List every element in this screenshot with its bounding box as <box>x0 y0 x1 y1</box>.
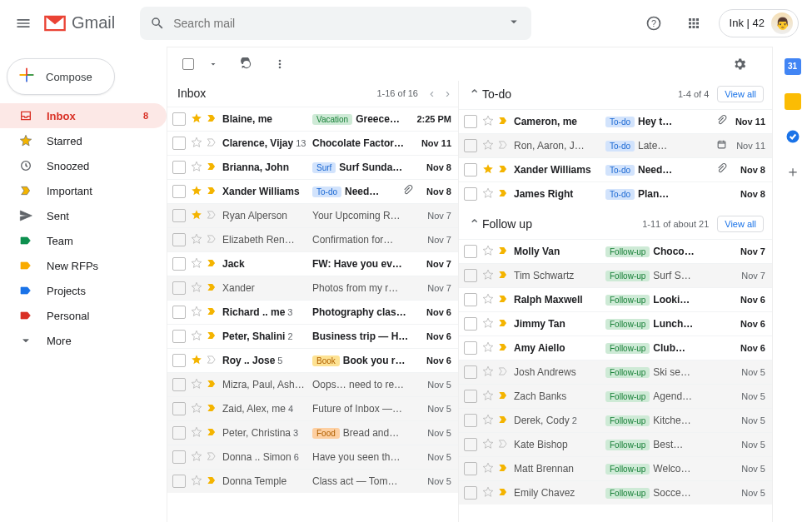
keep-addon[interactable] <box>785 93 801 110</box>
importance-marker[interactable] <box>206 281 217 296</box>
folder-important[interactable]: Important <box>0 178 167 203</box>
mail-row[interactable]: XanderPhotos from my r…Nov 7 <box>167 276 458 300</box>
importance-marker[interactable] <box>497 462 509 476</box>
star-toggle[interactable] <box>191 137 202 151</box>
star-toggle[interactable] <box>191 354 202 368</box>
folder-new-rfps[interactable]: New RFPs <box>0 253 167 278</box>
star-toggle[interactable] <box>482 341 494 355</box>
star-toggle[interactable] <box>191 281 202 296</box>
importance-marker[interactable] <box>497 341 509 355</box>
row-checkbox[interactable] <box>172 112 186 126</box>
importance-marker[interactable] <box>206 137 217 151</box>
row-checkbox[interactable] <box>172 281 186 295</box>
settings-button[interactable] <box>729 53 750 75</box>
row-checkbox[interactable] <box>172 185 186 198</box>
mail-row[interactable]: Peter, Shalini2Business trip — H…Nov 6 <box>167 324 458 348</box>
row-checkbox[interactable] <box>172 233 186 246</box>
row-checkbox[interactable] <box>464 139 477 152</box>
row-checkbox[interactable] <box>464 293 477 306</box>
compose-button[interactable]: Compose <box>7 58 115 95</box>
importance-marker[interactable] <box>497 390 509 404</box>
row-checkbox[interactable] <box>464 438 477 451</box>
view-all-followup[interactable]: View all <box>717 216 764 232</box>
importance-marker[interactable] <box>497 486 509 500</box>
refresh-button[interactable] <box>236 53 257 75</box>
view-all-todo[interactable]: View all <box>717 86 764 102</box>
mail-row[interactable]: Josh AndrewsFollow-upSki se…Nov 5 <box>459 360 772 384</box>
star-toggle[interactable] <box>482 486 494 500</box>
mail-row[interactable]: Zach BanksFollow-upAgend…Nov 5 <box>459 384 772 408</box>
importance-marker[interactable] <box>497 245 509 259</box>
star-toggle[interactable] <box>482 414 494 428</box>
mail-row[interactable]: Derek, Cody2Follow-upKitche…Nov 5 <box>459 408 772 432</box>
importance-marker[interactable] <box>206 112 217 127</box>
calendar-addon[interactable]: 31 <box>785 58 801 75</box>
row-checkbox[interactable] <box>172 426 186 440</box>
importance-marker[interactable] <box>206 257 217 271</box>
account-switcher[interactable]: Ink | 42 👨 <box>719 9 799 37</box>
importance-marker[interactable] <box>206 475 217 489</box>
logo[interactable]: Gmail <box>43 13 115 32</box>
importance-marker[interactable] <box>206 378 217 392</box>
folder-starred[interactable]: Starred <box>0 128 167 153</box>
importance-marker[interactable] <box>206 426 217 440</box>
prev-page[interactable]: ‹ <box>430 86 434 100</box>
folder-more[interactable]: More <box>0 328 167 353</box>
mail-row[interactable]: James RightTo-doPlan…Nov 8 <box>459 181 772 206</box>
mail-row[interactable]: Jimmy TanFollow-upLunch…Nov 6 <box>459 311 772 336</box>
star-toggle[interactable] <box>191 402 202 416</box>
star-toggle[interactable] <box>482 293 494 307</box>
collapse-toggle[interactable]: ⌃ <box>469 87 482 102</box>
row-checkbox[interactable] <box>464 390 477 403</box>
collapse-toggle[interactable]: ⌃ <box>469 216 482 232</box>
star-toggle[interactable] <box>191 233 202 247</box>
mail-row[interactable]: Brianna, JohnSurfSurf Sunda…Nov 8 <box>167 155 458 179</box>
help-button[interactable] <box>639 8 669 38</box>
importance-marker[interactable] <box>206 450 217 465</box>
mail-row[interactable]: Kate BishopFollow-upBest…Nov 5 <box>459 432 772 456</box>
mail-row[interactable]: Ryan AlpersonYour Upcoming R…Nov 7 <box>167 203 458 227</box>
importance-marker[interactable] <box>206 306 217 320</box>
importance-marker[interactable] <box>206 185 217 199</box>
row-checkbox[interactable] <box>464 341 477 355</box>
search-options-caret[interactable] <box>506 14 521 32</box>
importance-marker[interactable] <box>497 163 509 177</box>
star-toggle[interactable] <box>191 209 202 223</box>
row-checkbox[interactable] <box>172 306 186 319</box>
mail-row[interactable]: Tim SchwartzFollow-upSurf S…Nov 7 <box>459 263 772 287</box>
row-checkbox[interactable] <box>172 378 186 391</box>
mail-row[interactable]: Zaid, Alex, me4Future of Inbox —…Nov 5 <box>167 396 458 420</box>
mail-row[interactable]: JackFW: Have you ev…Nov 7 <box>167 251 458 276</box>
star-toggle[interactable] <box>191 378 202 392</box>
star-toggle[interactable] <box>191 161 202 175</box>
star-toggle[interactable] <box>191 426 202 440</box>
mail-row[interactable]: Blaine, meVacationGreece…2:25 PM <box>167 107 458 131</box>
mail-row[interactable]: Richard .. me3Photography clas…Nov 6 <box>167 300 458 324</box>
star-toggle[interactable] <box>191 475 202 489</box>
row-checkbox[interactable] <box>464 163 477 176</box>
row-checkbox[interactable] <box>172 257 186 271</box>
row-checkbox[interactable] <box>172 450 186 464</box>
star-toggle[interactable] <box>482 245 494 259</box>
star-toggle[interactable] <box>482 139 494 153</box>
star-toggle[interactable] <box>482 269 494 283</box>
star-toggle[interactable] <box>191 330 202 344</box>
menu-button[interactable] <box>7 7 40 40</box>
mail-row[interactable]: Ron, Aaron, J…To-doLate…Nov 11 <box>459 133 772 157</box>
star-toggle[interactable] <box>191 450 202 465</box>
folder-sent[interactable]: Sent <box>0 203 167 228</box>
row-checkbox[interactable] <box>172 209 186 222</box>
row-checkbox[interactable] <box>464 245 477 258</box>
row-checkbox[interactable] <box>172 402 186 415</box>
row-checkbox[interactable] <box>172 137 186 150</box>
importance-marker[interactable] <box>497 414 509 428</box>
folder-snoozed[interactable]: Snoozed <box>0 153 167 178</box>
select-caret[interactable] <box>202 53 224 75</box>
more-button[interactable] <box>269 53 291 75</box>
star-toggle[interactable] <box>482 187 494 201</box>
row-checkbox[interactable] <box>172 354 186 367</box>
importance-marker[interactable] <box>206 354 217 368</box>
importance-marker[interactable] <box>206 161 217 175</box>
importance-marker[interactable] <box>497 293 509 307</box>
row-checkbox[interactable] <box>464 187 477 201</box>
